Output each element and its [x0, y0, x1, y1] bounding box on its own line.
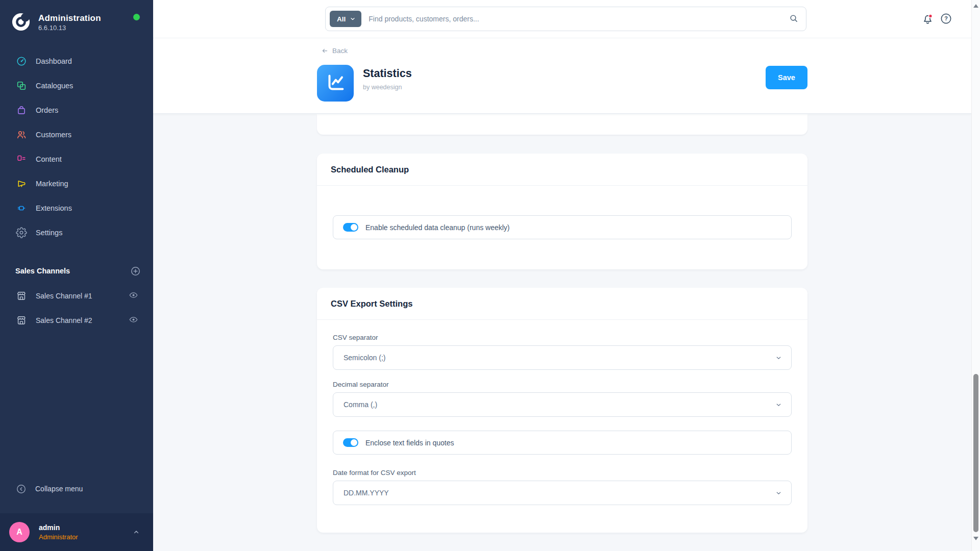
topbar: All ?: [153, 0, 971, 38]
shopware-logo-icon: [12, 13, 30, 31]
arrow-left-icon: [321, 47, 329, 55]
statistics-app-icon: [317, 65, 354, 102]
csv-separator-label: CSV separator: [333, 334, 792, 341]
orders-icon: [16, 105, 27, 116]
svg-text:?: ?: [944, 15, 948, 21]
sidebar-item-settings[interactable]: Settings: [0, 220, 153, 245]
cleanup-toggle-field: Enable scheduled data cleanup (runs week…: [333, 215, 792, 239]
date-format-label: Date format for CSV export: [333, 469, 792, 477]
sales-channels-header: Sales Channels: [15, 262, 141, 280]
marketing-icon: [16, 178, 27, 189]
search-icon[interactable]: [789, 13, 799, 25]
sidebar-item-extensions[interactable]: Extensions: [0, 196, 153, 220]
save-button[interactable]: Save: [766, 66, 807, 89]
scrollbar: [971, 0, 980, 551]
dashboard-icon: [16, 56, 27, 67]
sidebar-item-dashboard[interactable]: Dashboard: [0, 49, 153, 73]
quotes-toggle-label: Enclose text fields in quotes: [365, 439, 454, 447]
eye-icon[interactable]: [129, 315, 140, 326]
avatar: A: [9, 522, 30, 542]
cleanup-toggle-label: Enable scheduled data cleanup (runs week…: [365, 223, 510, 232]
chevron-down-icon: [775, 490, 782, 496]
date-format-select[interactable]: DD.MM.YYYY: [333, 481, 792, 505]
sidebar-item-sales-channel-1[interactable]: Sales Channel #1: [0, 284, 153, 308]
search-input[interactable]: [361, 15, 789, 23]
sidebar-item-marketing[interactable]: Marketing: [0, 171, 153, 196]
customers-icon: [16, 129, 27, 140]
cleanup-toggle[interactable]: [343, 223, 358, 232]
notifications-bell-icon[interactable]: [921, 12, 935, 28]
scroll-down-arrow[interactable]: [973, 537, 978, 540]
add-sales-channel-button[interactable]: [130, 266, 141, 277]
search-filter-button[interactable]: All: [330, 11, 361, 27]
sales-channels-list: Sales Channel #1 Sales Channel #2: [0, 284, 153, 333]
sidebar-item-sales-channel-2[interactable]: Sales Channel #2: [0, 308, 153, 333]
page-title: Statistics: [363, 67, 412, 80]
csv-export-settings-card: CSV Export Settings CSV separator Semico…: [317, 288, 807, 533]
decimal-separator-field: Decimal separator Comma (,): [333, 381, 792, 417]
collapse-menu-button[interactable]: Collapse menu: [0, 477, 153, 501]
chevron-down-icon: [775, 402, 782, 408]
main-nav: Dashboard Catalogues Orders Customers Co…: [0, 49, 153, 245]
status-online-dot: [133, 14, 140, 20]
extensions-icon: [16, 203, 27, 214]
quotes-toggle[interactable]: [343, 438, 358, 447]
user-menu[interactable]: A admin Administrator: [0, 513, 153, 551]
main-content: Scheduled Cleanup Enable scheduled data …: [153, 114, 971, 551]
sidebar-item-orders[interactable]: Orders: [0, 98, 153, 122]
card-partial-top: [317, 114, 807, 135]
storefront-icon: [16, 315, 27, 326]
chevron-down-icon: [775, 355, 782, 361]
user-role: Administrator: [39, 533, 132, 541]
content-icon: [16, 154, 27, 165]
user-name: admin: [39, 523, 132, 532]
chevron-down-icon: [350, 16, 356, 22]
date-format-field: Date format for CSV export DD.MM.YYYY: [333, 469, 792, 505]
csv-separator-select[interactable]: Semicolon (;): [333, 345, 792, 370]
sidebar-item-catalogues[interactable]: Catalogues: [0, 73, 153, 98]
back-button[interactable]: Back: [321, 47, 348, 55]
csv-separator-field: CSV separator Semicolon (;): [333, 334, 792, 370]
eye-icon[interactable]: [129, 290, 140, 302]
sidebar-item-content[interactable]: Content: [0, 147, 153, 171]
page-header: Back Statistics by weedesign Save: [153, 38, 971, 114]
page-subtitle: by weedesign: [363, 84, 402, 91]
help-icon[interactable]: ?: [940, 12, 952, 27]
sidebar: Administration 6.6.10.13 Dashboard Catal…: [0, 0, 153, 551]
scroll-up-arrow[interactable]: [973, 4, 978, 8]
chevron-up-icon: [132, 528, 141, 537]
collapse-circle-icon: [16, 484, 27, 494]
global-search: All: [325, 7, 806, 31]
csv-export-settings-title: CSV Export Settings: [331, 299, 412, 309]
decimal-separator-label: Decimal separator: [333, 381, 792, 388]
quotes-toggle-field: Enclose text fields in quotes: [333, 431, 792, 455]
storefront-icon: [16, 290, 27, 302]
catalogues-icon: [16, 80, 27, 91]
scroll-thumb[interactable]: [973, 374, 978, 532]
sidebar-item-customers[interactable]: Customers: [0, 122, 153, 147]
settings-gear-icon: [16, 227, 27, 238]
sales-channels-title: Sales Channels: [15, 267, 70, 275]
sidebar-header: Administration 6.6.10.13: [0, 0, 153, 49]
scheduled-cleanup-title: Scheduled Cleanup: [331, 165, 409, 174]
app-version: 6.6.10.13: [38, 24, 66, 32]
decimal-separator-select[interactable]: Comma (,): [333, 392, 792, 417]
scheduled-cleanup-card: Scheduled Cleanup Enable scheduled data …: [317, 154, 807, 269]
app-title: Administration: [38, 13, 101, 23]
